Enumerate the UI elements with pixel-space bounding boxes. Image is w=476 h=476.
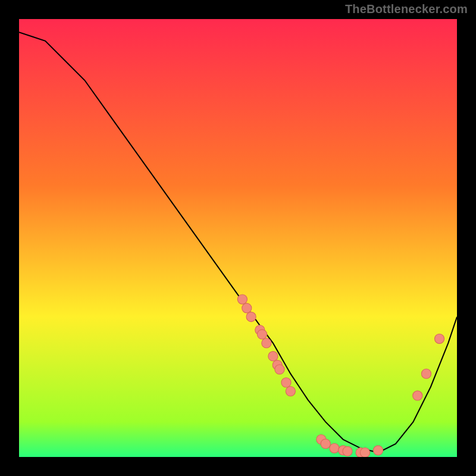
gradient-background	[19, 19, 457, 457]
chart-frame: TheBottlenecker.com	[0, 0, 476, 476]
curve-marker	[421, 369, 431, 378]
curve-marker	[373, 446, 383, 455]
curve-marker	[343, 446, 352, 456]
curve-marker	[262, 339, 271, 348]
bottleneck-chart-svg	[19, 19, 457, 457]
curve-marker	[281, 378, 291, 387]
curve-marker	[242, 303, 252, 313]
curve-marker	[246, 312, 256, 321]
curve-marker	[275, 365, 284, 374]
curve-marker	[268, 352, 278, 361]
curve-marker	[237, 295, 247, 304]
curve-marker	[286, 387, 295, 396]
attribution-text: TheBottlenecker.com	[345, 2, 468, 16]
curve-marker	[434, 334, 444, 343]
curve-marker	[360, 448, 369, 457]
plot-area	[19, 19, 457, 457]
curve-marker	[321, 439, 330, 449]
curve-marker	[257, 330, 267, 339]
curve-marker	[330, 443, 339, 453]
curve-marker	[413, 391, 422, 400]
